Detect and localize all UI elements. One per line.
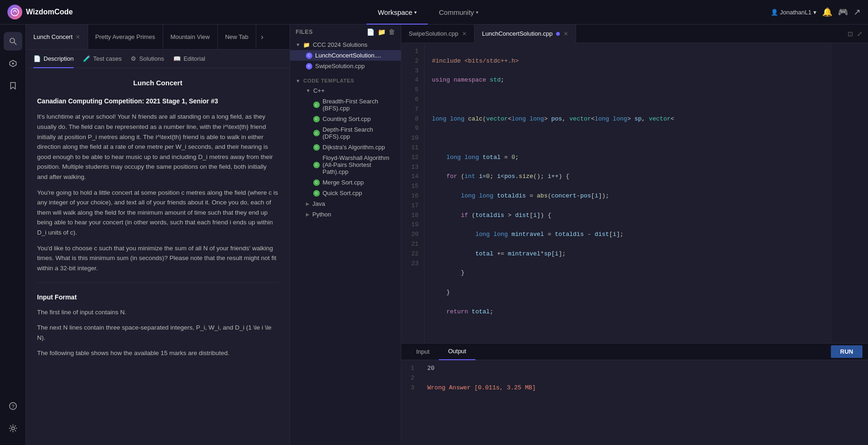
sidebar-search-btn[interactable] [4,32,22,51]
code-line-10: long long mintravel = totaldis - dist[i]… [432,230,824,240]
subtab-solutions[interactable]: ⚙ Solutions [131,50,164,68]
svg-point-4 [12,63,14,64]
subtab-description[interactable]: 📄 Description [33,50,74,68]
community-chevron-icon: ▾ [476,10,478,15]
code-line-6: long long total = 0; [432,153,824,163]
discord-icon[interactable]: 🎮 [838,7,848,17]
desc-subtabs: 📄 Description 🧪 Test cases ⚙ Solutions 📖… [26,50,290,68]
folder-icon: 📁 [303,42,310,48]
output-content: 1 2 3 20 Wrong Answer [0.011s, 3.25 MB] [401,360,868,445]
code-scroll[interactable]: 1 2 3 4 5 6 7 8 9 10 11 12 13 14 15 16 1 [401,43,868,343]
user-menu[interactable]: 👤 JonathanL1 ▾ [771,9,817,16]
sidebar-bookmark-btn[interactable] [4,76,22,95]
sidebar-help-btn[interactable]: ? [4,397,22,415]
close-swipe-tab[interactable]: ✕ [462,31,467,37]
code-line-5 [432,134,824,143]
fullscreen-icon[interactable]: ⊡ [848,30,853,38]
file-dijkstra[interactable]: C Dijkstra's Algorithm.cpp [290,142,401,153]
delete-icon[interactable]: 🗑 [388,28,395,36]
close-lunch-tab[interactable]: ✕ [564,31,568,37]
output-tabs: Input Output RUN [401,343,868,360]
expand-icon[interactable]: ⤢ [857,30,862,38]
output-line-3: Wrong Answer [0.011s, 3.25 MB] [427,383,536,393]
problem-title: Lunch Concert [37,77,279,89]
close-lunch-concert[interactable]: ✕ [76,34,80,40]
solutions-icon: ⚙ [131,55,136,62]
new-file-icon[interactable]: 📄 [367,28,375,36]
cpp-chevron-icon: ▼ [306,88,310,93]
sidebar-settings-btn[interactable] [4,419,22,438]
file-floyd-warshall[interactable]: C Floyd-Warshall Algorithm (All-Pairs Sh… [290,153,401,177]
code-line-2: using namespace std; [432,76,824,85]
category-java[interactable]: ▶ Java [290,198,401,209]
nav-community[interactable]: Community ▾ [428,0,489,25]
output-lines: 20 Wrong Answer [0.011s, 3.25 MB] [420,360,543,445]
cpp-file-icon-2: C [306,63,312,70]
sidebar-icons: ? [0,25,26,445]
top-nav: WizdomCode Workspace ▾ Community ▾ 👤 Jon… [0,0,868,25]
java-chevron-icon: ▶ [306,201,310,206]
tab-lunch-concert[interactable]: Lunch Concert ✕ [26,25,88,49]
file-swipe-sol[interactable]: C SwipeSolution.cpp [290,61,401,71]
files-header-icons: 📄 📁 🗑 [367,28,395,36]
bell-icon[interactable]: 🔔 [822,7,832,17]
nav-right: 👤 JonathanL1 ▾ 🔔 🎮 ↗ [763,7,868,17]
minimap [831,43,868,343]
editor-tab-swipe[interactable]: SwipeSolution.cpp ✕ [401,25,475,43]
editor-tab-lunch[interactable]: LunchConcertSolution.cpp ✕ [475,25,577,43]
floyd-file-icon: C [313,162,320,168]
code-lines[interactable]: #include <bits/stdc++.h> using namespace… [424,43,831,343]
code-line-15 [432,326,824,336]
tab-new-tab[interactable]: New Tab [218,25,256,49]
problem-tabs: Lunch Concert ✕ Pretty Average Primes Mo… [26,25,290,50]
problem-body1: It's lunchtime at your school! Your N fr… [37,112,279,273]
logo-text: WizdomCode [26,8,73,16]
file-dfs[interactable]: C Depth-First Search (DFS).cpp [290,124,401,142]
svg-text:?: ? [12,404,14,409]
code-line-12: } [432,268,824,278]
svg-point-7 [12,427,14,430]
tab-pretty-average[interactable]: Pretty Average Primes [88,25,163,49]
svg-point-0 [11,8,19,16]
code-templates-section: ▼ CODE TEMPLATES [290,75,401,85]
files-panel: FILES 📄 📁 🗑 ▼ 📁 CCC 2024 Solutions C Lun… [290,25,401,445]
nav-workspace[interactable]: Workspace ▾ [367,0,428,25]
code-line-14: return total; [432,307,824,317]
run-button[interactable]: RUN [831,345,862,358]
bfs-file-icon: C [313,102,320,108]
editor-tabs: SwipeSolution.cpp ✕ LunchConcertSolution… [401,25,868,43]
new-folder-icon[interactable]: 📁 [378,28,386,36]
code-line-1: #include <bits/stdc++.h> [432,57,824,66]
file-counting-sort[interactable]: C Counting Sort.cpp [290,114,401,124]
quick-sort-icon: C [313,190,320,197]
code-line-7: for (int i=0; i<pos.size(); i++) { [432,172,824,182]
code-container: 1 2 3 4 5 6 7 8 9 10 11 12 13 14 15 16 1 [401,43,868,343]
problem-input-body: The first line of input contains N. The … [37,307,279,358]
folder-ccc2024[interactable]: ▼ 📁 CCC 2024 Solutions [290,39,401,50]
sidebar-graph-btn[interactable] [4,54,22,73]
file-bfs[interactable]: C Breadth-First Search (BFS).cpp [290,96,401,114]
dfs-file-icon: C [313,130,320,136]
tab-mountain-view[interactable]: Mountain View [163,25,218,49]
output-tab-output[interactable]: Output [439,343,475,360]
nav-center: Workspace ▾ Community ▾ [93,0,763,25]
file-merge-sort[interactable]: C Merge Sort.cpp [290,177,401,188]
subtab-testcases[interactable]: 🧪 Test cases [83,50,121,68]
divider [37,282,279,283]
category-cpp[interactable]: ▼ C++ [290,85,401,96]
subtab-editorial[interactable]: 📖 Editorial [173,50,205,68]
category-python[interactable]: ▶ Python [290,209,401,220]
input-format-title: Input Format [37,292,279,302]
problem-subtitle: Canadian Computing Competition: 2021 Sta… [37,96,279,106]
python-chevron-icon: ▶ [306,212,310,217]
problem-content: Lunch Concert Canadian Computing Competi… [26,68,290,445]
more-tabs-btn[interactable]: › [256,33,268,41]
svg-line-2 [14,43,16,45]
editorial-icon: 📖 [173,55,181,62]
output-line-2 [427,374,536,383]
share-icon[interactable]: ↗ [854,7,861,17]
output-line-numbers: 1 2 3 [401,360,420,445]
output-tab-input[interactable]: Input [407,343,439,360]
file-lunch-concert-sol[interactable]: C LunchConcertSolution.... [290,50,401,61]
file-quick-sort[interactable]: C Quick Sort.cpp [290,188,401,198]
